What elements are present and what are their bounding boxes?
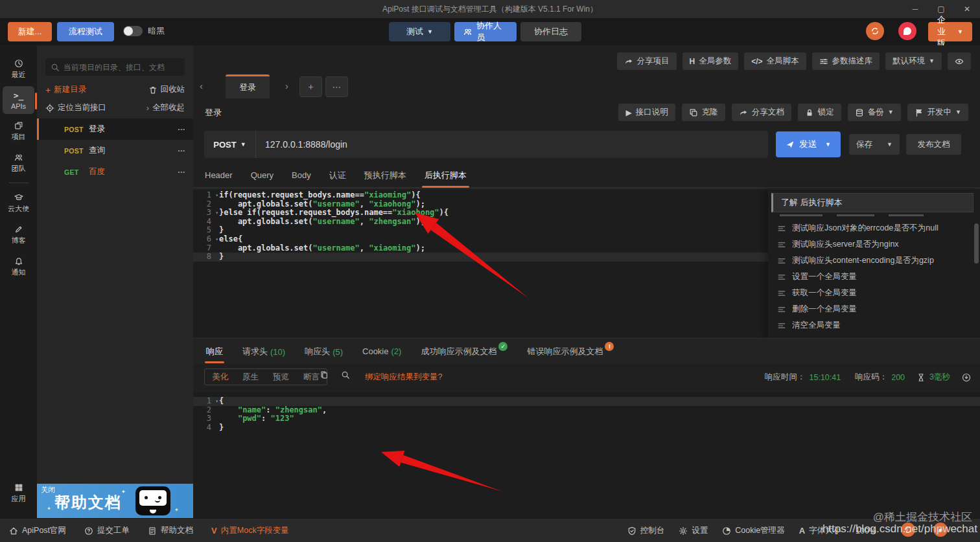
flow-test-button[interactable]: 流程测试 [57,22,114,41]
script-snippet-item[interactable]: 删除一个全局变量 [771,301,974,317]
fold-icon[interactable]: ▾ [215,235,218,244]
environment-view-button[interactable] [948,52,971,70]
url-input[interactable] [256,139,768,150]
location-icon[interactable]: ● [933,523,948,537]
toolbar-button-分享项目[interactable]: 分享项目 [617,52,677,70]
response-mode-美化[interactable]: 美化 [205,369,235,385]
request-tab-Body[interactable]: Body [292,163,311,187]
response-tab-成功响应示例及文档[interactable]: 成功响应示例及文档✓ [421,339,508,365]
sidebar-item-团队[interactable]: 团队 [3,148,34,177]
response-mode-预览[interactable]: 预览 [266,369,296,385]
fold-icon[interactable]: ▾ [215,397,218,406]
response-tab-响应头[interactable]: 响应头 (5) [305,339,343,365]
statusbar-item-控制台[interactable]: 控制台 [627,525,665,536]
statusbar-item-字体大小[interactable]: A字体大小 [799,525,841,536]
fold-icon[interactable]: ▾ [215,209,218,218]
request-tab-后执行脚本[interactable]: 后执行脚本 [425,164,467,188]
fold-icon[interactable]: ▾ [215,191,218,200]
collab-log-button[interactable]: 协作日志 [520,22,581,41]
script-snippet-item[interactable]: 获取一个全局变量 [771,285,974,301]
toolbar-button-全局参数[interactable]: H全局参数 [682,52,739,70]
method-select[interactable]: POST▼ [204,131,256,158]
response-body-editor[interactable]: 1▾{2 "name": "zhengsan",3 "pwd": "123"4} [193,392,980,518]
tab-login[interactable]: 登录 [226,74,270,98]
help-doc-banner[interactable]: 关闭 帮助文档 ✦ ✦ ✦ [37,484,193,518]
sidebar-item-云大使[interactable]: 云大使 [3,188,34,218]
doc-button-备份[interactable]: 备份▼ [848,104,901,121]
doc-button-接口说明[interactable]: ▶接口说明 [618,104,675,121]
doc-button-分享文档[interactable]: 分享文档 [732,104,791,121]
locate-api-button[interactable]: 定位当前接口 [45,102,106,113]
statusbar-item-帮助文档[interactable]: 帮助文档 [148,525,193,536]
search-icon[interactable] [341,370,350,382]
item-menu-icon[interactable]: ••• [177,148,187,153]
tab-more-button[interactable]: ⋯ [325,76,348,97]
tabs-scroll-right-icon[interactable]: › [285,80,288,91]
banner-close-button[interactable]: 关闭 [41,485,55,495]
api-tree-item-查询[interactable]: POST查询••• [37,140,193,161]
script-editor[interactable]: 1▾if(request.request_bodys.name=="xiaomi… [193,188,980,337]
script-snippet-item[interactable]: 清空全局变量 [771,317,974,333]
request-tab-预执行脚本[interactable]: 预执行脚本 [364,164,406,188]
script-snippet-item[interactable]: 测试响应头server是否为nginx [771,236,974,253]
doc-button-开发中[interactable]: 开发中▼ [907,104,968,121]
send-button[interactable]: 发送▼ [776,131,841,157]
sidebar-item-通知[interactable]: 通知 [3,252,34,281]
learn-post-script-link[interactable]: 了解 后执行脚本 [771,193,974,212]
sidebar-item-最近[interactable]: 最近 [3,54,34,84]
avatar[interactable] [898,22,916,40]
api-tree-item-百度[interactable]: GET百度••• [37,161,193,183]
add-tab-button[interactable]: + [299,76,322,97]
script-snippet-item[interactable]: 设置一个全局变量 [771,269,974,285]
test-env-button[interactable]: 测试▼ [389,22,450,41]
bind-response-link[interactable]: 绑定响应结果到变量? [365,372,442,383]
response-tab-Cookie[interactable]: Cookie (2) [362,339,401,364]
search-box[interactable] [45,58,185,76]
recycle-bin-button[interactable]: 回收站 [148,84,185,95]
collapse-all-button[interactable]: ›全部收起 [146,102,185,113]
publish-doc-button[interactable]: 发布文档 [906,134,961,155]
request-tab-Header[interactable]: Header [205,163,233,187]
response-tab-错误响应示例及文档[interactable]: 错误响应示例及文档! [527,339,614,365]
enterprise-button[interactable]: 企业版▼ [928,22,972,41]
doc-button-锁定[interactable]: 锁定 [798,104,841,121]
script-snippet-item[interactable]: 测试响应头content-encoding是否为gzip [771,253,974,269]
response-mode-原生[interactable]: 原生 [235,369,266,385]
sidebar-item-博客[interactable]: 博客 [3,220,34,249]
new-button[interactable]: 新建... [8,22,52,41]
search-input[interactable] [64,63,180,72]
statusbar-item-100%[interactable]: 100% [856,526,876,536]
item-menu-icon[interactable]: ••• [177,126,187,132]
sidebar-item-项目[interactable]: 项目 [3,117,34,146]
script-snippet-item[interactable]: 测试响应Json对象的errcode是否不为null [771,220,974,236]
sidebar-item-APIs[interactable]: >_APIs [3,86,34,114]
scrollbar-thumb[interactable] [974,223,979,264]
toolbar-button-全局脚本[interactable]: </>全局脚本 [744,52,806,70]
toolbar-button-参数描述库[interactable]: 参数描述库 [812,52,880,70]
collaborators-button[interactable]: 协作人员 [454,22,517,41]
copy-icon[interactable] [320,370,329,382]
response-tab-请求头[interactable]: 请求头 (10) [242,339,285,365]
statusbar-item-提交工单[interactable]: 提交工单 [84,525,130,536]
save-button[interactable]: 保存▼ [849,134,900,155]
minimize-button[interactable]: ─ [902,0,928,18]
api-tree-item-登录[interactable]: POST登录••• [37,119,193,140]
request-tab-认证[interactable]: 认证 [329,164,346,188]
update-icon[interactable] [901,523,915,537]
sync-icon[interactable] [866,22,884,40]
doc-button-克隆[interactable]: 克隆 [682,104,725,121]
statusbar-item-ApiPost官网[interactable]: ApiPost官网 [9,525,66,536]
response-tab-响应[interactable]: 响应 [206,339,223,365]
item-menu-icon[interactable]: ••• [177,169,187,175]
sidebar-item-应用[interactable]: 应用 [3,479,34,508]
tabs-scroll-left-icon[interactable]: ‹ [200,80,203,91]
statusbar-item-内置Mock字段变量[interactable]: V内置Mock字段变量 [211,525,289,536]
dark-theme-toggle[interactable] [123,26,143,36]
new-directory-button[interactable]: +新建目录 [45,84,86,95]
statusbar-item-Cookie管理器[interactable]: Cookie管理器 [722,525,784,536]
download-icon[interactable] [962,373,971,382]
close-button[interactable]: ✕ [954,0,980,18]
request-tab-Query[interactable]: Query [251,163,274,187]
statusbar-item-设置[interactable]: 设置 [679,525,708,536]
toolbar-button-默认环境[interactable]: 默认环境▼ [885,52,942,70]
